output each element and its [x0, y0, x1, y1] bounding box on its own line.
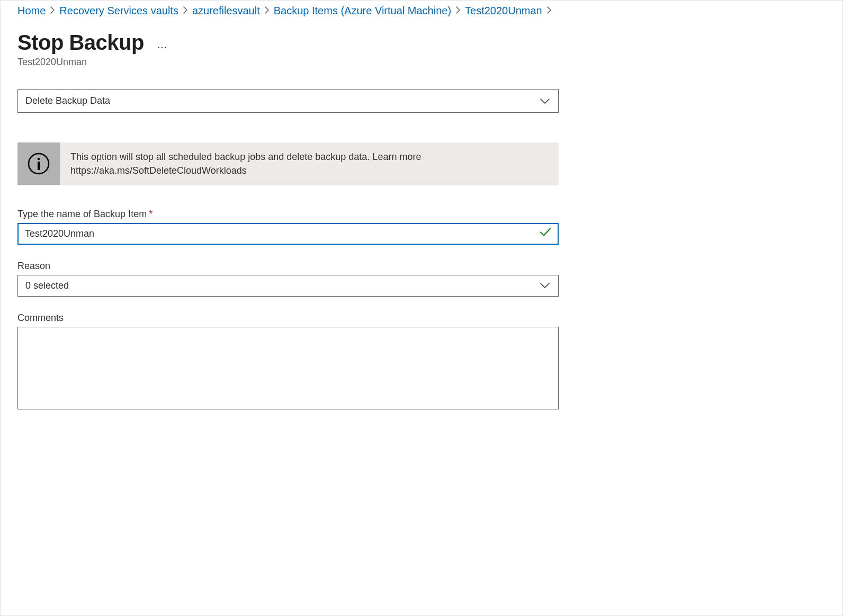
backup-action-select[interactable]: Delete Backup Data [17, 89, 559, 113]
breadcrumb-recovery-vaults[interactable]: Recovery Services vaults [59, 5, 178, 17]
backup-item-name-input[interactable] [17, 223, 559, 245]
chevron-right-icon [454, 6, 462, 16]
backup-item-name-label: Type the name of Backup Item* [17, 209, 559, 220]
info-text-link: https://aka.ms/SoftDeleteCloudWorkloads [70, 164, 421, 177]
chevron-right-icon [49, 6, 56, 16]
chevron-right-icon [545, 6, 553, 16]
backup-action-value: Delete Backup Data [25, 95, 110, 106]
info-icon [17, 142, 60, 185]
svg-rect-2 [38, 162, 40, 170]
breadcrumb-home[interactable]: Home [17, 5, 46, 17]
reason-select[interactable]: 0 selected [17, 275, 559, 297]
required-indicator: * [149, 209, 153, 219]
svg-point-1 [38, 158, 40, 160]
page-title: Stop Backup [17, 31, 144, 55]
info-banner: This option will stop all scheduled back… [17, 142, 559, 185]
breadcrumb: Home Recovery Services vaults azurefiles… [17, 1, 826, 19]
more-actions-button[interactable]: … [157, 39, 168, 51]
page-subtitle: Test2020Unman [17, 57, 826, 68]
chevron-right-icon [182, 6, 189, 16]
breadcrumb-vault-name[interactable]: azurefilesvault [192, 5, 260, 17]
info-text-line1: This option will stop all scheduled back… [70, 150, 421, 164]
reason-label: Reason [17, 261, 559, 272]
comments-textarea[interactable] [17, 327, 559, 409]
comments-label: Comments [17, 313, 559, 324]
chevron-right-icon [263, 6, 271, 16]
breadcrumb-item-name[interactable]: Test2020Unman [465, 5, 542, 17]
reason-value: 0 selected [25, 280, 69, 291]
breadcrumb-backup-items[interactable]: Backup Items (Azure Virtual Machine) [274, 5, 451, 17]
